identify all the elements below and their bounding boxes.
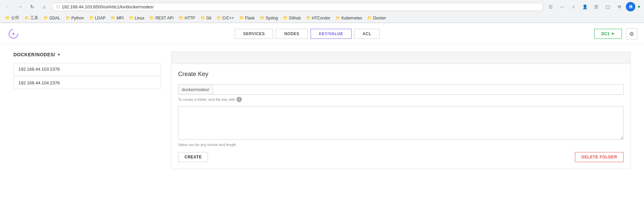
url-text: 192.168.44.103:8500/ui/#/dc1/kv/docker/n… — [62, 4, 154, 9]
dc-label: DC1 — [601, 31, 609, 36]
hint-text: To create a folder, end the key with / — [178, 97, 624, 102]
bookmark-folder-icon: 📁 — [201, 16, 205, 20]
path-text: DOCKER/NODES/ — [13, 52, 55, 57]
bookmark-github[interactable]: 📁 Github — [281, 15, 303, 21]
bookmark-gongsi[interactable]: 📁 公司 — [3, 14, 21, 21]
gear-icon: ⚙ — [629, 31, 634, 37]
bookmark-rest-api[interactable]: 📁 REST API — [148, 15, 175, 21]
bookmark-folder-icon: 📁 — [66, 16, 70, 20]
value-textarea[interactable] — [178, 106, 624, 140]
key-list: 192.168.44.103:2376 192.168.44.104:2376 — [13, 63, 161, 89]
refresh-button[interactable]: ↻ — [28, 2, 37, 11]
browser-chrome: ← → ↻ ⌂ ⓘ 192.168.44.103:8500/ui/#/dc1/k… — [0, 0, 644, 23]
bookmark-folder-icon: 📁 — [239, 16, 244, 20]
top-nav: SERVICES NODES KEY/VALUE ACL DC1 ▼ ⚙ — [0, 23, 644, 45]
bookmark-folder-icon: 📁 — [217, 16, 221, 20]
action-row: CREATE DELETE FOLDER — [178, 152, 624, 162]
address-bar[interactable]: ⓘ 192.168.44.103:8500/ui/#/dc1/kv/docker… — [52, 3, 543, 11]
chevron-down-icon: ▼ — [611, 31, 615, 36]
home-button[interactable]: ⌂ — [40, 2, 49, 11]
right-panel-body: Create Key docker/nodes/ To create a fol… — [171, 64, 630, 169]
online-indicator — [637, 5, 641, 8]
list-item[interactable]: 192.168.44.104:2376 — [13, 77, 161, 89]
left-panel: DOCKER/NODES/ + 192.168.44.103:2376 192.… — [13, 52, 161, 169]
bookmark-folder-icon: 📁 — [283, 16, 288, 20]
back-button[interactable]: ← — [3, 2, 13, 11]
sidebar-button[interactable]: ☰ — [592, 2, 601, 11]
tab-services[interactable]: SERVICES — [235, 29, 273, 39]
bookmark-folder-icon: 📁 — [89, 16, 94, 20]
bookmark-folder-icon: 📁 — [306, 16, 311, 20]
profile-button[interactable]: 👤 — [580, 2, 590, 11]
bookmark-ldap[interactable]: 📁 LDAP — [87, 15, 107, 21]
add-key-button[interactable]: + — [57, 52, 61, 58]
delete-folder-button[interactable]: DELETE FOLDER — [575, 152, 624, 162]
tab-keyvalue[interactable]: KEY/VALUE — [311, 29, 352, 39]
bookmark-folder-icon: 📁 — [179, 16, 183, 20]
bookmark-htcondor[interactable]: 📁 HTCondor — [304, 15, 332, 21]
dc-dropdown[interactable]: DC1 ▼ — [594, 29, 622, 39]
bookmark-folder-icon: 📁 — [260, 16, 265, 20]
bookmarks-bar: 📁 公司 📁 工具 📁 GDAL 📁 Python 📁 LDAP 📁 MPI 📁… — [0, 13, 644, 23]
bookmark-linux[interactable]: 📁 Linux — [127, 15, 147, 21]
bookmark-folder-icon: 📁 — [24, 16, 29, 20]
bookmark-python[interactable]: 📁 Python — [64, 15, 86, 21]
tab-nodes[interactable]: NODES — [276, 29, 308, 39]
key-suffix-input[interactable] — [213, 84, 624, 95]
bookmark-mpi[interactable]: 📁 MPI — [109, 15, 125, 21]
history-button[interactable]: ⟲ — [614, 2, 624, 11]
app-container: SERVICES NODES KEY/VALUE ACL DC1 ▼ ⚙ DOC… — [0, 23, 644, 204]
create-button[interactable]: CREATE — [178, 152, 208, 162]
browser-actions: ☷ ⋯ ☆ 👤 ☰ ▢ ⟲ 推 — [546, 2, 641, 11]
extensions-button[interactable]: ☷ — [546, 2, 555, 11]
key-input-row: docker/nodes/ — [178, 84, 624, 95]
more-button[interactable]: ⋯ — [557, 2, 567, 11]
bookmark-folder-icon: 📁 — [129, 16, 134, 20]
settings-button[interactable]: ⚙ — [626, 28, 637, 40]
bookmark-folder-icon: 📁 — [367, 16, 372, 20]
bookmark-folder-icon: 📁 — [336, 16, 340, 20]
bookmark-tools[interactable]: 📁 工具 — [22, 14, 40, 21]
create-key-title: Create Key — [178, 71, 624, 78]
key-prefix-label: docker/nodes/ — [178, 84, 213, 95]
path-header: DOCKER/NODES/ + — [13, 52, 161, 58]
bookmark-gdal[interactable]: 📁 GDAL — [42, 15, 62, 21]
nav-tabs: SERVICES NODES KEY/VALUE ACL — [24, 29, 590, 39]
slash-hint: / — [236, 97, 242, 102]
bookmark-git[interactable]: 📁 Git — [199, 15, 213, 21]
bookmark-syslog[interactable]: 📁 Syslog — [258, 15, 280, 21]
bookmark-folder-icon: 📁 — [150, 16, 154, 20]
tab-acl[interactable]: ACL — [354, 29, 380, 39]
main-content: DOCKER/NODES/ + 192.168.44.103:2376 192.… — [0, 45, 644, 176]
right-panel-header — [171, 52, 630, 64]
bookmark-docker[interactable]: 📁 Docker — [365, 15, 388, 21]
svg-point-1 — [12, 33, 14, 35]
bookmark-folder-icon: 📁 — [111, 16, 115, 20]
bookmark-cpp[interactable]: 📁 C/C++ — [215, 15, 236, 21]
consul-logo — [7, 27, 20, 41]
bookmark-http[interactable]: 📁 HTTP — [177, 15, 197, 21]
list-item[interactable]: 192.168.44.103:2376 — [13, 63, 161, 75]
lock-icon: ⓘ — [56, 4, 60, 9]
right-panel: Create Key docker/nodes/ To create a fol… — [171, 52, 631, 169]
browser-toolbar: ← → ↻ ⌂ ⓘ 192.168.44.103:8500/ui/#/dc1/k… — [0, 0, 644, 13]
bookmark-button[interactable]: ☆ — [569, 2, 578, 11]
profile-avatar[interactable]: 推 — [626, 2, 635, 11]
bookmark-kubernetes[interactable]: 📁 Kubernetes — [334, 15, 364, 21]
tab-button[interactable]: ▢ — [603, 2, 612, 11]
forward-button[interactable]: → — [15, 2, 25, 11]
value-hint: Value can be any format and length — [178, 143, 624, 147]
bookmark-folder-icon: 📁 — [5, 16, 10, 20]
bookmark-folder-icon: 📁 — [44, 16, 48, 20]
bookmark-flask[interactable]: 📁 Flask — [237, 15, 257, 21]
